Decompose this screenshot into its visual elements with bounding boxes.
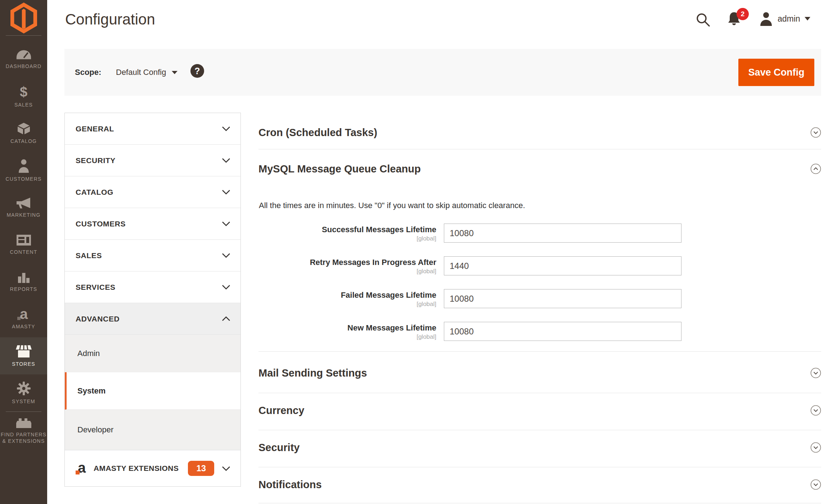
field-failed-messages-lifetime: Failed Messages Lifetime [global] [258, 289, 821, 308]
section-title: Currency [258, 405, 304, 417]
field-label: Failed Messages Lifetime [341, 291, 436, 300]
scope-value: Default Config [116, 68, 166, 77]
sidebar-item-label: FIND PARTNERS & EXTENSIONS [1, 432, 46, 444]
content-newspaper-icon [16, 234, 31, 246]
section-cron[interactable]: Cron (Scheduled Tasks) [258, 124, 821, 141]
field-new-messages-lifetime: New Messages Lifetime [global] [258, 322, 821, 341]
collapse-chevron-down-icon[interactable] [810, 405, 821, 416]
sidebar-item-sales[interactable]: $ SALES [0, 78, 47, 115]
config-nav-advanced-developer[interactable]: Developer [65, 410, 240, 450]
section-currency[interactable]: Currency [258, 402, 821, 419]
section-divider [258, 393, 821, 393]
chevron-down-icon [222, 284, 230, 290]
reports-bars-icon [17, 271, 30, 283]
config-nav-advanced-admin[interactable]: Admin [65, 335, 240, 372]
chevron-up-icon [222, 316, 230, 321]
sidebar-item-system[interactable]: SYSTEM [0, 374, 47, 411]
config-nav-sales[interactable]: SALES [65, 240, 240, 271]
sidebar-item-label: REPORTS [10, 286, 37, 293]
collapse-chevron-down-icon[interactable] [810, 479, 821, 490]
chevron-down-icon [222, 253, 230, 258]
successful-messages-lifetime-input[interactable] [444, 224, 681, 243]
svg-text:a: a [20, 308, 28, 321]
sidebar-item-content[interactable]: CONTENT [0, 226, 47, 263]
magento-logo[interactable] [0, 0, 47, 36]
section-comment: All the times are in minutes. Use "0" if… [259, 201, 525, 210]
chevron-down-icon [222, 158, 230, 163]
section-title: Notifications [258, 479, 322, 491]
failed-messages-lifetime-input[interactable] [444, 289, 681, 308]
collapse-chevron-down-icon[interactable] [810, 127, 821, 138]
chevron-down-icon [222, 189, 230, 195]
new-messages-lifetime-input[interactable] [444, 322, 681, 341]
field-scope: [global] [258, 235, 436, 242]
retry-messages-in-progress-input[interactable] [444, 256, 681, 275]
marketing-megaphone-icon [16, 197, 32, 209]
sidebar-item-marketing[interactable]: MARKETING [0, 189, 47, 226]
config-main-content: Cron (Scheduled Tasks) MySQL Message Que… [258, 0, 821, 504]
field-retry-messages-in-progress-after: Retry Messages In Progress After [global… [258, 256, 821, 275]
section-divider [258, 149, 821, 149]
section-notifications[interactable]: Notifications [258, 476, 821, 493]
chevron-down-icon [172, 71, 177, 74]
collapse-chevron-down-icon[interactable] [810, 442, 821, 453]
sidebar-item-label: SALES [14, 102, 33, 108]
sidebar-item-label: CUSTOMERS [6, 176, 42, 183]
sidebar-item-find-partners[interactable]: FIND PARTNERS & EXTENSIONS [0, 412, 47, 449]
sidebar-menu: DASHBOARD $ SALES CATALOG [0, 41, 47, 449]
dashboard-gauge-icon [15, 49, 32, 60]
sidebar-item-label: CATALOG [10, 138, 37, 145]
config-nav-services[interactable]: SERVICES [65, 271, 240, 303]
page-title: Configuration [65, 11, 155, 28]
section-security[interactable]: Security [258, 439, 821, 456]
config-nav-security[interactable]: SECURITY [65, 145, 240, 176]
config-nav-customers[interactable]: CUSTOMERS [65, 208, 240, 240]
sidebar-item-label: MARKETING [6, 212, 40, 219]
sidebar-item-label: SYSTEM [12, 399, 35, 405]
sidebar-item-dashboard[interactable]: DASHBOARD [0, 41, 47, 78]
config-nav-amasty-extensions[interactable]: a AMASTY EXTENSIONS 13 [65, 450, 240, 486]
sidebar-item-reports[interactable]: REPORTS [0, 263, 47, 300]
amasty-logo-icon: a [17, 308, 31, 321]
field-scope: [global] [258, 333, 436, 341]
collapse-chevron-down-icon[interactable] [810, 368, 821, 378]
section-divider [258, 503, 821, 503]
section-divider [258, 467, 821, 467]
field-scope: [global] [258, 268, 436, 275]
collapse-chevron-up-icon[interactable] [810, 163, 821, 174]
svg-text:$: $ [20, 85, 27, 99]
sidebar-item-catalog[interactable]: CATALOG [0, 115, 47, 152]
sidebar-item-amasty[interactable]: a AMASTY [0, 300, 47, 337]
scope-selector[interactable]: Default Config [114, 67, 180, 77]
section-mail-sending-settings[interactable]: Mail Sending Settings [258, 365, 821, 381]
section-mysql-message-queue-cleanup[interactable]: MySQL Message Queue Cleanup [258, 161, 821, 177]
catalog-box-icon [16, 122, 31, 135]
section-divider [258, 351, 821, 352]
magento-logo-icon [10, 3, 37, 33]
config-nav-general[interactable]: GENERAL [65, 113, 240, 145]
scope-label: Scope: [75, 68, 101, 77]
stores-storefront-icon [16, 345, 32, 358]
section-title: Cron (Scheduled Tasks) [258, 127, 377, 139]
config-nav-advanced[interactable]: ADVANCED [65, 303, 240, 335]
sidebar-item-label: CONTENT [10, 249, 37, 256]
chevron-down-icon [222, 126, 230, 131]
sidebar-item-customers[interactable]: CUSTOMERS [0, 152, 47, 189]
config-nav-catalog[interactable]: CATALOG [65, 176, 240, 208]
field-label: Retry Messages In Progress After [310, 258, 436, 267]
section-title: MySQL Message Queue Cleanup [258, 163, 421, 175]
config-section-nav: GENERAL SECURITY CATALOG CUSTOMERS SALES [64, 113, 241, 487]
field-label: New Messages Lifetime [347, 323, 436, 332]
sales-dollar-icon: $ [18, 85, 30, 99]
config-nav-advanced-system[interactable]: System [65, 372, 240, 410]
chevron-down-icon [222, 466, 230, 471]
field-scope: [global] [258, 301, 436, 308]
section-title: Security [258, 442, 300, 454]
field-successful-messages-lifetime: Successful Messages Lifetime [global] [258, 224, 821, 243]
sidebar-item-label: DASHBOARD [6, 63, 41, 70]
section-divider [258, 430, 821, 430]
scope-help-button[interactable]: ? [190, 64, 204, 78]
sidebar-item-stores[interactable]: STORES [0, 337, 47, 374]
field-label: Successful Messages Lifetime [322, 225, 436, 234]
magento-admin-configuration-page: DASHBOARD $ SALES CATALOG [0, 0, 828, 504]
